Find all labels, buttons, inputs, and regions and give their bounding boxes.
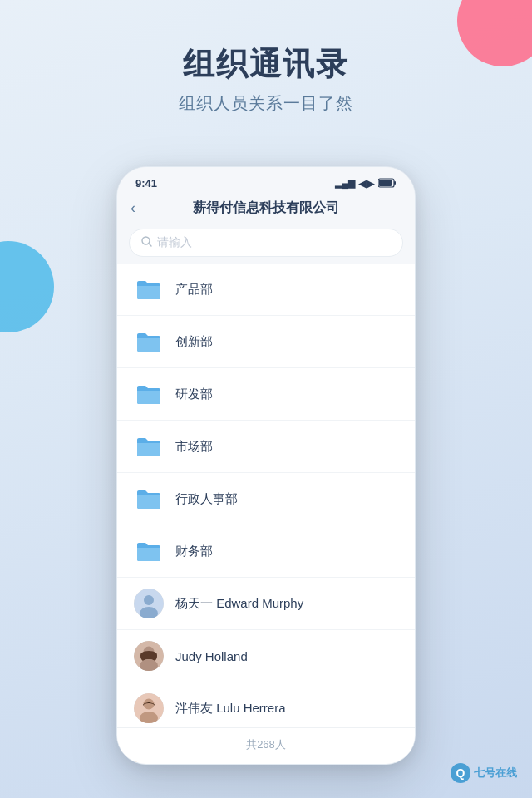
svg-rect-1 (379, 180, 392, 186)
svg-line-4 (149, 244, 151, 246)
header-section: 组织通讯录 组织人员关系一目了然 (0, 0, 532, 115)
watermark-q-icon: Q (451, 763, 470, 783)
status-time: 9:41 (135, 177, 157, 190)
folder-icon (134, 327, 164, 357)
folder-icon (134, 379, 164, 409)
contact-label-2: Judy Holland (175, 649, 248, 663)
folder-label-6: 财务部 (175, 544, 213, 559)
list-item[interactable]: 行政人事部 (117, 473, 415, 525)
phone-footer: 共268人 (117, 727, 415, 764)
phone-mockup: 9:41 ▂▄▆ ◀▶ ‹ 薪得付信息科技有限公司 请输入 (116, 166, 416, 765)
contact-label-1: 杨天一 Edward Murphy (175, 596, 303, 612)
search-placeholder: 请输入 (157, 235, 192, 250)
avatar-3 (134, 693, 164, 723)
search-icon (141, 236, 152, 249)
nav-title: 薪得付信息科技有限公司 (193, 200, 339, 217)
folder-label-4: 市场部 (175, 439, 213, 455)
list-item[interactable]: 产品部 (117, 264, 415, 316)
header-subtitle: 组织人员关系一目了然 (0, 92, 532, 115)
footer-count: 共268人 (246, 738, 286, 751)
svg-rect-2 (394, 181, 396, 185)
back-button[interactable]: ‹ (131, 200, 135, 217)
list-item[interactable]: 市场部 (117, 421, 415, 473)
search-bar[interactable]: 请输入 (129, 229, 403, 257)
signal-icon: ▂▄▆ (335, 178, 355, 189)
svg-point-12 (144, 699, 155, 710)
folder-label-2: 创新部 (175, 334, 213, 350)
avatar-2 (134, 641, 164, 671)
wifi-icon: ◀▶ (358, 177, 375, 190)
folder-label-5: 行政人事部 (175, 491, 238, 507)
bg-circle-blue (0, 241, 54, 332)
contact-item-2[interactable]: Judy Holland (117, 630, 415, 682)
list-item[interactable]: 创新部 (117, 316, 415, 368)
status-icons: ▂▄▆ ◀▶ (335, 177, 397, 190)
list-item[interactable]: 研发部 (117, 368, 415, 421)
folder-label-3: 研发部 (175, 387, 213, 402)
status-bar: 9:41 ▂▄▆ ◀▶ (117, 167, 415, 195)
folder-icon (134, 431, 164, 461)
battery-icon (378, 178, 397, 190)
svg-point-6 (144, 595, 154, 605)
contact-label-3: 泮伟友 Lulu Herrera (175, 701, 286, 717)
folder-icon (134, 274, 164, 304)
folder-label-1: 产品部 (175, 282, 213, 298)
avatar-1 (134, 589, 164, 618)
watermark-text: 七号在线 (474, 766, 517, 781)
contact-item-1[interactable]: 杨天一 Edward Murphy (117, 578, 415, 630)
header-title: 组织通讯录 (0, 46, 532, 84)
list-item[interactable]: 财务部 (117, 525, 415, 578)
folder-icon (134, 484, 164, 514)
nav-bar: ‹ 薪得付信息科技有限公司 (117, 195, 415, 225)
watermark: Q 七号在线 (451, 763, 517, 783)
list-container: 产品部 创新部 研发部 (117, 264, 415, 762)
folder-icon (134, 536, 164, 566)
